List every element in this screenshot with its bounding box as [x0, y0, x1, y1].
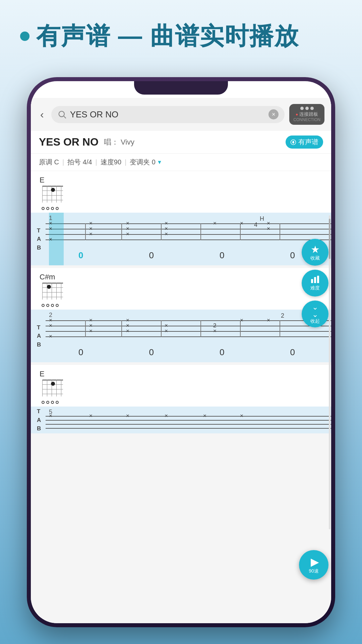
- chord-dot: [51, 188, 55, 192]
- search-text: YES OR NO: [70, 109, 265, 120]
- info-row: 原调 C | 拍号 4/4 | 速度90 | 变调夹 0 ▼: [31, 154, 331, 171]
- staff-section-1: T A B 1 H 4: [31, 213, 331, 265]
- staff-lines-3: × × × × × ×: [46, 412, 331, 432]
- connection-sub: CONNECTION: [293, 117, 320, 122]
- staff-lines-1: × × × × × × × × × × × × ×: [46, 218, 331, 248]
- collect-label: 收藏: [310, 255, 320, 261]
- tab-section-1: E: [31, 171, 331, 265]
- chord-grid-e-2: [40, 380, 63, 400]
- connection-dots: [300, 107, 314, 110]
- staff-section-2: T A B 2 2 2- × × × ×: [31, 310, 331, 362]
- beat-0-accent: 0: [78, 250, 83, 261]
- tab-section-2: C#m: [31, 268, 331, 362]
- side-buttons: ★ 收藏 难度 ⌄⌄ 收起: [302, 239, 328, 327]
- search-bar-row: ‹ YES OR NO × ●: [31, 98, 331, 131]
- scrollbar-track[interactable]: [329, 215, 330, 529]
- connection-label: ● 连接踏板: [296, 111, 318, 117]
- capo-select[interactable]: 变调夹 0 ▼: [130, 158, 162, 167]
- phone-notch: [134, 81, 228, 95]
- bar-chart-icon: [310, 275, 320, 283]
- measure-num-3: 5: [49, 409, 52, 416]
- svg-line-1: [64, 116, 66, 118]
- search-icon: [57, 110, 67, 119]
- difficulty-icon: [310, 275, 320, 285]
- difficulty-label: 难度: [310, 285, 320, 291]
- beat-numbers-1: 0 0 0 0: [46, 250, 331, 261]
- beat-0-2: 0: [220, 250, 224, 261]
- tab-label: T A B: [37, 226, 41, 252]
- staff-section-3-partial: T A B 5 × × × × × ×: [31, 407, 331, 433]
- search-clear-button[interactable]: ×: [268, 109, 279, 119]
- song-title: YES OR NO: [39, 136, 99, 148]
- chord-name-cshm: C#m: [40, 273, 322, 281]
- chord-grid-e: [40, 186, 63, 206]
- chord-cshm: C#m: [40, 273, 322, 307]
- badge-icon: [290, 139, 296, 145]
- connection-button[interactable]: ● 连接踏板 CONNECTION: [289, 104, 324, 125]
- chord-grid-cshm: [40, 283, 63, 303]
- phone-mockup: ‹ YES OR NO × ●: [27, 77, 335, 627]
- play-button[interactable]: ▶ 90速: [299, 550, 328, 580]
- chord-open-dots: [42, 207, 63, 210]
- svg-rect-5: [317, 276, 319, 283]
- chord-e: E: [40, 176, 63, 210]
- time-info: 拍号 4/4: [67, 158, 92, 167]
- scrollbar-thumb[interactable]: [329, 219, 330, 259]
- collapse-label: 收起: [310, 318, 320, 324]
- phone-inner: ‹ YES OR NO × ●: [31, 81, 331, 623]
- collapse-button[interactable]: ⌄⌄ 收起: [302, 301, 328, 327]
- tab-section-3: E: [31, 365, 331, 433]
- chord-e-2: E: [40, 370, 322, 404]
- play-button-container: ▶ 90速: [299, 550, 328, 580]
- svg-point-0: [59, 111, 64, 117]
- capo-arrow: ▼: [157, 159, 162, 165]
- chord-name-e-2: E: [40, 370, 322, 378]
- svg-rect-3: [311, 279, 313, 283]
- collect-icon: ★: [311, 244, 320, 255]
- collapse-icon: ⌄⌄: [312, 304, 318, 318]
- difficulty-button[interactable]: 难度: [302, 270, 328, 297]
- chord-area-3: E: [31, 365, 331, 407]
- header-title: 有声谱 — 曲谱实时播放: [36, 20, 299, 52]
- song-singer: 唱： Vivy: [104, 137, 134, 147]
- chord-area-2: C#m: [31, 268, 331, 310]
- play-speed: 90速: [309, 568, 319, 574]
- chord-name-e: E: [40, 176, 63, 184]
- tab-label-3: T A B: [37, 407, 41, 433]
- fret-2-marker: 2: [281, 312, 284, 319]
- header-dot: [20, 32, 29, 41]
- youshengpu-badge[interactable]: 有声谱: [286, 136, 323, 149]
- svg-rect-4: [314, 277, 316, 283]
- staff-lines-2: × × × × × × × × × 2 × × × × ×: [46, 315, 331, 345]
- beat-numbers-2: 0 0 0 0: [46, 347, 331, 358]
- speed-info: 速度90: [101, 158, 121, 167]
- h-marker: H: [260, 215, 264, 222]
- beat-0-1: 0: [149, 250, 154, 261]
- back-button[interactable]: ‹: [38, 108, 47, 121]
- fret-marker: 4: [254, 221, 257, 228]
- tab-label-2: T A B: [37, 323, 41, 349]
- chord-area-1: E: [31, 171, 331, 213]
- play-icon: ▶: [311, 555, 319, 568]
- collect-button[interactable]: ★ 收藏: [302, 239, 328, 266]
- header-section: 有声谱 — 曲谱实时播放: [20, 20, 299, 52]
- app-content: ‹ YES OR NO × ●: [31, 98, 331, 623]
- key-info: 原调 C: [39, 158, 59, 167]
- search-bar[interactable]: YES OR NO ×: [51, 106, 285, 123]
- song-title-row: YES OR NO 唱： Vivy 有声谱: [31, 131, 331, 154]
- beat-0-3: 0: [290, 250, 295, 261]
